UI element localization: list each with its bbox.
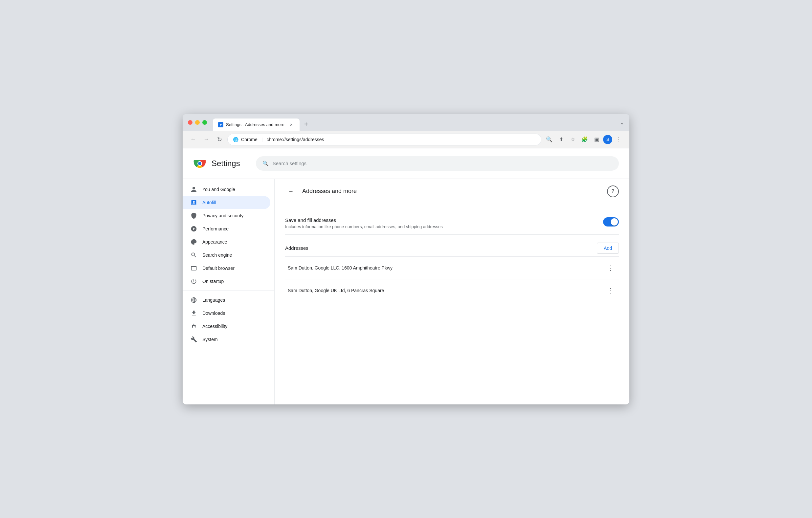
sidebar-button[interactable]: ▣ — [591, 134, 602, 145]
content-area: Save and fill addresses Includes informa… — [274, 204, 629, 310]
toolbar-icons: 🔍 ⬆ ☆ 🧩 ▣ S ⋮ — [544, 134, 624, 145]
download-icon — [191, 310, 197, 316]
add-address-button[interactable]: Add — [597, 243, 619, 254]
tab-favicon — [218, 122, 223, 127]
back-button[interactable]: ← — [188, 134, 198, 145]
default-browser-icon — [191, 265, 197, 272]
main-content: ← Addresses and more ? Save and fill add… — [274, 179, 629, 404]
extensions-button[interactable]: 🧩 — [579, 134, 590, 145]
sidebar-label-privacy-security: Privacy and security — [202, 213, 243, 218]
sidebar-item-system[interactable]: System — [183, 333, 270, 346]
section-header: ← Addresses and more ? — [274, 179, 629, 204]
sidebar-label-system: System — [202, 337, 218, 342]
sidebar-label-appearance: Appearance — [202, 239, 227, 245]
settings-body: You and Google Autofill Privacy and secu… — [183, 179, 629, 404]
toggle-description: Includes information like phone numbers,… — [285, 224, 443, 229]
refresh-button[interactable]: ↻ — [214, 134, 225, 145]
chrome-logo — [193, 157, 206, 170]
sidebar-label-performance: Performance — [202, 226, 229, 232]
address-list: Sam Dutton, Google LLC, 1600 Amphitheatr… — [285, 256, 619, 302]
tab-title: Settings - Addresses and more — [226, 122, 285, 127]
address-text: Sam Dutton, Google LLC, 1600 Amphitheatr… — [288, 265, 393, 271]
svg-point-9 — [193, 323, 194, 324]
toggle-label: Save and fill addresses — [285, 217, 443, 223]
sidebar-divider — [183, 291, 274, 291]
person-icon — [191, 186, 197, 193]
chrome-menu-button[interactable]: ⋮ — [614, 134, 624, 145]
address-item: Sam Dutton, Google UK Ltd, 6 Pancras Squ… — [285, 279, 619, 302]
omnibar-security-icon: 🌐 — [233, 137, 238, 142]
share-button[interactable]: ⬆ — [556, 134, 566, 145]
toggle-knob — [611, 218, 618, 225]
sidebar-item-performance[interactable]: Performance — [183, 222, 270, 235]
sidebar-item-appearance[interactable]: Appearance — [183, 235, 270, 248]
back-button[interactable]: ← — [285, 185, 297, 197]
address-more-button[interactable]: ⋮ — [604, 284, 616, 297]
addresses-section: Addresses Add Sam Dutton, Google LLC, 16… — [285, 243, 619, 302]
settings-page: Settings 🔍 Search settings You and Googl… — [183, 148, 629, 404]
browser-window: Settings - Addresses and more × + ⌄ ← → … — [183, 114, 629, 404]
address-more-button[interactable]: ⋮ — [604, 262, 616, 274]
tab-bar: Settings - Addresses and more × + — [213, 114, 311, 131]
performance-icon — [191, 225, 197, 232]
sidebar-label-you-and-google: You and Google — [202, 187, 235, 192]
address-item: Sam Dutton, Google LLC, 1600 Amphitheatr… — [285, 257, 619, 279]
settings-title: Settings — [211, 159, 240, 168]
sidebar-label-search-engine: Search engine — [202, 252, 232, 258]
accessibility-icon — [191, 323, 197, 330]
sidebar-item-languages[interactable]: Languages — [183, 294, 270, 307]
power-icon — [191, 278, 197, 284]
bookmark-button[interactable]: ☆ — [568, 134, 578, 145]
shield-icon — [191, 212, 197, 219]
toggle-text: Save and fill addresses Includes informa… — [285, 217, 443, 229]
minimize-window-button[interactable] — [195, 120, 200, 125]
sidebar-item-on-startup[interactable]: On startup — [183, 275, 270, 288]
new-tab-button[interactable]: + — [301, 119, 311, 130]
sidebar-item-search-engine[interactable]: Search engine — [183, 248, 270, 262]
globe-icon — [191, 297, 197, 303]
tab-close-button[interactable]: × — [288, 122, 294, 128]
sidebar-label-on-startup: On startup — [202, 279, 224, 284]
save-fill-addresses-row: Save and fill addresses Includes informa… — [285, 212, 619, 235]
sidebar-label-autofill: Autofill — [202, 200, 216, 205]
system-icon — [191, 336, 197, 343]
zoom-button[interactable]: 🔍 — [544, 134, 554, 145]
sidebar: You and Google Autofill Privacy and secu… — [183, 179, 274, 404]
tab-expand-icon[interactable]: ⌄ — [620, 119, 624, 125]
search-engine-icon — [191, 252, 197, 258]
autofill-icon — [191, 199, 197, 206]
omnibar-separator: | — [261, 137, 263, 142]
search-placeholder: Search settings — [273, 160, 307, 166]
sidebar-item-privacy-security[interactable]: Privacy and security — [183, 209, 270, 222]
omnibar-domain: Chrome — [241, 137, 258, 142]
section-title: Addresses and more — [302, 188, 357, 195]
appearance-icon — [191, 239, 197, 245]
title-bar: Settings - Addresses and more × + ⌄ — [183, 114, 629, 131]
sidebar-item-autofill[interactable]: Autofill — [183, 196, 270, 209]
sidebar-label-default-browser: Default browser — [202, 266, 235, 271]
sidebar-item-you-and-google[interactable]: You and Google — [183, 183, 270, 196]
forward-button[interactable]: → — [201, 134, 211, 145]
settings-header: Settings 🔍 Search settings — [183, 148, 629, 179]
profile-avatar[interactable]: S — [603, 135, 612, 144]
address-text: Sam Dutton, Google UK Ltd, 6 Pancras Squ… — [288, 288, 384, 293]
save-fill-toggle[interactable] — [603, 217, 619, 226]
help-button[interactable]: ? — [607, 185, 619, 197]
sidebar-label-downloads: Downloads — [202, 310, 225, 316]
maximize-window-button[interactable] — [202, 120, 207, 125]
section-title-row: ← Addresses and more — [285, 185, 357, 197]
close-window-button[interactable] — [188, 120, 193, 125]
traffic-lights — [188, 120, 207, 125]
search-settings-input[interactable]: 🔍 Search settings — [256, 156, 619, 171]
omnibar-url: chrome://settings/addresses — [266, 137, 324, 142]
sidebar-label-accessibility: Accessibility — [202, 324, 227, 329]
svg-point-4 — [198, 162, 201, 165]
sidebar-item-downloads[interactable]: Downloads — [183, 307, 270, 320]
omnibar[interactable]: 🌐 Chrome | chrome://settings/addresses — [227, 133, 541, 145]
sidebar-item-default-browser[interactable]: Default browser — [183, 262, 270, 275]
sidebar-item-accessibility[interactable]: Accessibility — [183, 320, 270, 333]
omnibar-row: ← → ↻ 🌐 Chrome | chrome://settings/addre… — [183, 131, 629, 148]
active-tab[interactable]: Settings - Addresses and more × — [213, 119, 299, 131]
addresses-label: Addresses — [285, 245, 309, 251]
search-icon: 🔍 — [262, 160, 269, 166]
